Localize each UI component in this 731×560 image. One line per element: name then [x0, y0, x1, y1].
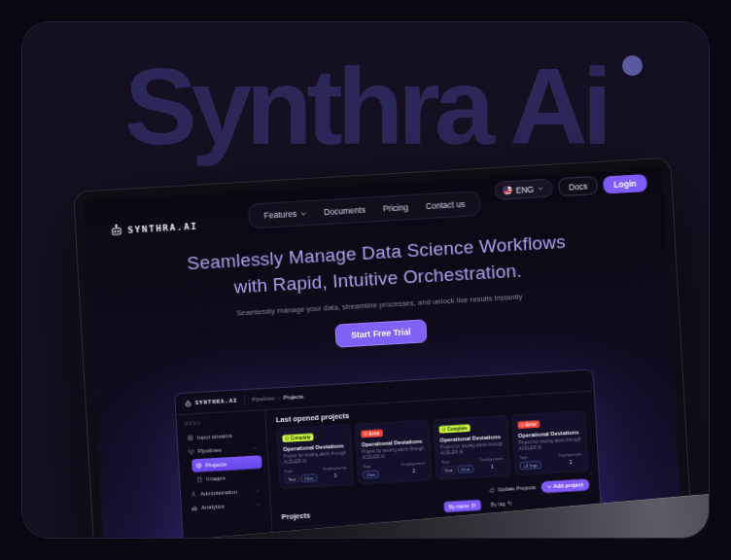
- sidebar-item-label: Pipelines: [197, 446, 222, 454]
- refresh-icon: [489, 487, 495, 493]
- nav-label: Features: [263, 209, 296, 221]
- chevron-up-icon: [253, 446, 258, 451]
- sidebar: MENU Input streams: [176, 410, 275, 539]
- document-icon: [471, 503, 476, 508]
- dashboard-logo-text: SYNTHRA.AI: [195, 398, 238, 406]
- robot-logo-icon: [185, 400, 192, 407]
- hero-section: Seamlessly Manage Data Science Workflows…: [87, 224, 671, 362]
- sidebar-item-label: Analytics: [201, 503, 225, 510]
- breadcrumb-pipelines[interactable]: Pipelines: [252, 396, 275, 402]
- project-card[interactable]: Complete Operational Deviations Project …: [276, 424, 353, 488]
- robot-logo-icon: [110, 224, 123, 237]
- chevron-down-icon: [255, 488, 260, 493]
- nav-item-contact[interactable]: Contact us: [417, 195, 472, 214]
- chevron-down-icon: [538, 185, 544, 192]
- tag-icon: [507, 501, 512, 506]
- sidebar-item-label: Input streams: [197, 432, 233, 440]
- laptop-display: SYNTHRA.AI Features Documents Pricing Co…: [84, 167, 686, 539]
- status-icon: [442, 428, 446, 432]
- deployments-count: 1: [480, 464, 505, 471]
- project-card[interactable]: Complete Operational Deviations Project …: [434, 415, 510, 479]
- nav-item-features[interactable]: Features: [256, 205, 314, 224]
- usa-flag-icon: [503, 186, 512, 195]
- start-free-trial-button[interactable]: Start Free Trial: [335, 320, 428, 348]
- tag-pill: Chat: [458, 465, 473, 472]
- site-logo: SYNTHRA.AI: [110, 220, 198, 237]
- tag-pill: Test: [441, 466, 456, 473]
- status-icon: [364, 432, 367, 436]
- tag-pill: Chat: [363, 471, 378, 478]
- tag-pill: Test: [285, 475, 299, 483]
- deployments-label: Deployments: [479, 457, 504, 463]
- sidebar-item-label: Images: [206, 474, 226, 482]
- login-button[interactable]: Login: [603, 174, 647, 194]
- tags-label: Tags: [363, 464, 378, 470]
- status-badge: Complete: [439, 424, 470, 433]
- deployments-label: Deployments: [323, 466, 347, 472]
- breadcrumb-projects: Projects: [283, 394, 303, 401]
- tags-label: Tags: [284, 468, 316, 474]
- project-card-desc: Project for issuing alerts through ACELE…: [440, 441, 504, 456]
- status-icon: [520, 423, 524, 427]
- add-project-button[interactable]: + Add project: [541, 479, 590, 494]
- tags-label: Tags: [519, 454, 540, 460]
- sidebar-item-label: Projects: [205, 461, 226, 469]
- sort-by-tag-button[interactable]: By tag: [486, 498, 518, 510]
- laptop-bezel: SYNTHRA.AI Features Documents Pricing Co…: [73, 158, 695, 539]
- language-label: ENG: [515, 184, 534, 194]
- sidebar-menu-label: MENU: [185, 417, 260, 426]
- last-opened-cards: Complete Operational Deviations Project …: [276, 411, 588, 489]
- project-card-desc: Project for issuing alerts through ACELE…: [283, 450, 346, 465]
- person-icon: [191, 491, 196, 497]
- update-projects-button[interactable]: Update Projects: [489, 485, 536, 494]
- main-nav: Features Documents Pricing Contact us: [248, 191, 481, 229]
- divider: [244, 395, 246, 405]
- title-i-dot: [622, 55, 643, 76]
- hero-card: Synthra Ai SYNTHRA.AI Features: [21, 21, 710, 539]
- status-icon: [285, 437, 289, 440]
- page: { "colors": { "accent": "#7e5bfa", "lave…: [0, 0, 731, 560]
- grid-icon: [188, 435, 193, 440]
- projects-heading: Projects: [281, 510, 310, 520]
- file-icon: [196, 476, 202, 482]
- sort-by-name-button[interactable]: By name: [443, 500, 481, 512]
- project-card[interactable]: Error Operational Deviations Project for…: [511, 411, 588, 475]
- chevron-down-icon: [256, 502, 261, 507]
- status-badge: Error: [517, 420, 540, 429]
- language-selector[interactable]: ENG: [494, 179, 553, 200]
- deployments-label: Deployments: [401, 461, 426, 467]
- status-badge: Complete: [282, 434, 313, 442]
- project-card-desc: Project for issuing alerts through ACELE…: [518, 437, 581, 451]
- docs-button[interactable]: Docs: [559, 176, 598, 196]
- nav-item-documents[interactable]: Documents: [316, 201, 374, 220]
- breadcrumb: Pipelines › Projects: [252, 394, 303, 402]
- tags-label: Tags: [441, 458, 473, 465]
- nav-item-pricing[interactable]: Pricing: [374, 199, 416, 217]
- plus-icon: +: [547, 484, 551, 490]
- project-card-desc: Project for issuing alerts through ACELE…: [362, 446, 425, 461]
- deployments-count: 1: [324, 472, 348, 479]
- site-logo-text: SYNTHRA.AI: [127, 221, 198, 235]
- laptop-mockup: SYNTHRA.AI Features Documents Pricing Co…: [73, 158, 695, 539]
- deployments-label: Deployments: [558, 452, 582, 458]
- tag-pill: +4 Tags: [520, 461, 541, 470]
- bar-chart-icon: [191, 505, 197, 510]
- cube-icon: [195, 463, 201, 469]
- chevron-down-icon: [299, 210, 306, 217]
- deployments-count: 1: [558, 459, 582, 466]
- background-brand-title: Synthra Ai: [22, 44, 709, 169]
- sidebar-item-label: Administration: [200, 488, 237, 497]
- tag-pill: Chat: [300, 474, 316, 482]
- top-controls: ENG Docs Login: [494, 173, 647, 200]
- project-card[interactable]: Error Operational Deviations Project for…: [355, 420, 432, 484]
- pipeline-icon: [188, 449, 193, 455]
- dashboard-logo: SYNTHRA.AI: [185, 397, 238, 407]
- deployments-count: 2: [401, 468, 426, 474]
- breadcrumb-separator: ›: [278, 396, 280, 402]
- status-badge: Error: [361, 430, 383, 438]
